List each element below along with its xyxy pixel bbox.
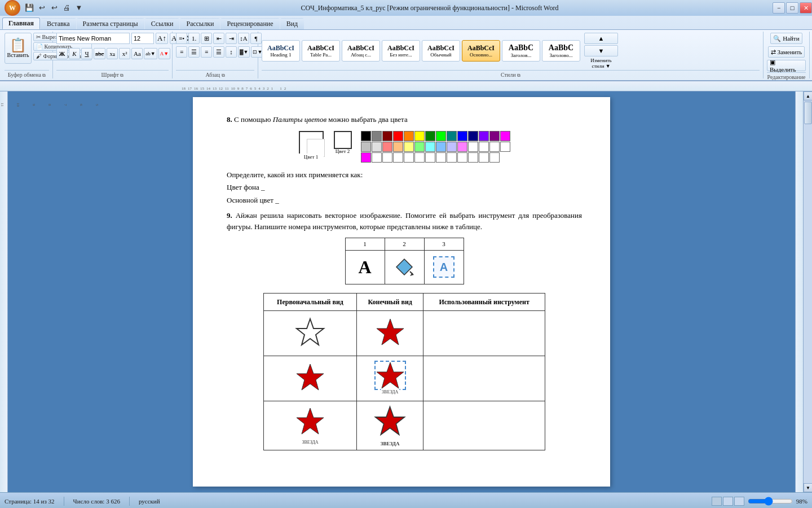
color-white3[interactable] bbox=[489, 142, 500, 152]
color-lightcyan[interactable] bbox=[425, 142, 435, 152]
color-lightviolet[interactable] bbox=[447, 142, 457, 152]
scroll-track[interactable] bbox=[804, 100, 812, 483]
color-w10[interactable] bbox=[468, 152, 478, 163]
align-left-button[interactable]: ≡ bbox=[176, 46, 187, 58]
color-purple[interactable] bbox=[489, 131, 500, 141]
color-darkblue[interactable] bbox=[468, 131, 478, 141]
styles-down-button[interactable]: ▼ bbox=[584, 45, 618, 56]
view-print-button[interactable] bbox=[712, 497, 722, 506]
color-w1[interactable] bbox=[372, 152, 382, 163]
tab-review[interactable]: Рецензирование bbox=[220, 18, 279, 29]
office-button[interactable]: W bbox=[5, 0, 20, 16]
undo2-qa-button[interactable]: ↩ bbox=[48, 2, 60, 14]
style-heading[interactable]: AaBbC Заголов... bbox=[502, 40, 540, 62]
case-button[interactable]: Аа bbox=[131, 48, 143, 59]
strikethrough-button[interactable]: abc bbox=[94, 48, 105, 59]
close-button[interactable]: ✕ bbox=[800, 2, 812, 14]
color-w8[interactable] bbox=[447, 152, 457, 163]
style-normal[interactable]: AaBbCcI Обычный bbox=[422, 40, 460, 62]
align-right-button[interactable]: ≡ bbox=[201, 46, 212, 58]
justify-button[interactable]: ☰ bbox=[213, 46, 224, 58]
color-w3[interactable] bbox=[393, 152, 403, 163]
undo-qa-button[interactable]: ↩ bbox=[36, 2, 47, 14]
color-red[interactable] bbox=[393, 131, 403, 141]
zoom-slider[interactable] bbox=[748, 497, 793, 505]
replace-button[interactable]: ⇄ Заменить bbox=[768, 46, 805, 58]
font-name-input[interactable] bbox=[56, 33, 130, 44]
color-darkred[interactable] bbox=[382, 131, 392, 141]
color-w4[interactable] bbox=[404, 152, 414, 163]
bold-button[interactable]: Ж bbox=[56, 48, 68, 59]
color-w6[interactable] bbox=[425, 152, 435, 163]
decrease-indent-button[interactable]: ⇤ bbox=[213, 33, 224, 44]
select-button[interactable]: ▣ Выделить bbox=[767, 60, 806, 71]
scroll-down-button[interactable]: ▼ bbox=[804, 483, 812, 492]
scroll-thumb[interactable] bbox=[804, 102, 812, 124]
line-spacing-button[interactable]: ↕ bbox=[226, 46, 237, 58]
color-teal[interactable] bbox=[447, 131, 457, 141]
color-w9[interactable] bbox=[457, 152, 467, 163]
style-nospace[interactable]: AaBbCcI Без инте... bbox=[382, 40, 420, 62]
color-violet[interactable] bbox=[479, 131, 489, 141]
color-blue[interactable] bbox=[457, 131, 467, 141]
color-white1[interactable] bbox=[468, 142, 478, 152]
color-black[interactable] bbox=[361, 131, 371, 141]
tab-view[interactable]: Вид bbox=[280, 18, 304, 29]
tab-insert[interactable]: Вставка bbox=[41, 18, 76, 29]
paste-button[interactable]: 📋 Вставить bbox=[5, 33, 32, 64]
color-lightmagenta[interactable] bbox=[457, 142, 467, 152]
tab-references[interactable]: Ссылки bbox=[145, 18, 180, 29]
color-magenta[interactable] bbox=[500, 131, 510, 141]
tab-home[interactable]: Главная bbox=[2, 17, 40, 29]
color-white2[interactable] bbox=[479, 142, 489, 152]
color-gray[interactable] bbox=[372, 131, 382, 141]
scroll-up-button[interactable]: ▲ bbox=[804, 91, 812, 100]
tab-layout[interactable]: Разметка страницы bbox=[77, 18, 144, 29]
color-w11[interactable] bbox=[479, 152, 489, 163]
color-w12[interactable] bbox=[489, 152, 500, 163]
minimize-button[interactable]: − bbox=[773, 2, 785, 14]
bullets-button[interactable]: ≡• bbox=[176, 33, 187, 44]
multilevel-button[interactable]: ⊞ bbox=[201, 33, 212, 44]
save-qa-button[interactable]: 💾 bbox=[24, 2, 35, 14]
style-heading1[interactable]: AaBbCcI Heading 1 bbox=[262, 40, 300, 62]
document-area[interactable]: 8. С помощью Палитры цветов можно выбрат… bbox=[8, 91, 795, 492]
shading-button[interactable]: ▓▼ bbox=[238, 46, 250, 58]
color-orange[interactable] bbox=[404, 131, 414, 141]
font-size-input[interactable] bbox=[131, 33, 154, 44]
styles-up-button[interactable]: ▲ bbox=[584, 33, 618, 44]
color-lightblue[interactable] bbox=[436, 142, 446, 152]
font-color-button[interactable]: A▼ bbox=[158, 48, 170, 59]
font-grow-button[interactable]: A↑ bbox=[156, 33, 168, 44]
color-hotpink[interactable] bbox=[361, 152, 371, 163]
style-main[interactable]: AaBbCcI Основно... bbox=[462, 40, 500, 62]
color-green[interactable] bbox=[436, 131, 446, 141]
find-button[interactable]: 🔍 Найти bbox=[770, 33, 802, 44]
color-white4[interactable] bbox=[500, 142, 510, 152]
print-qa-button[interactable]: 🖨 bbox=[61, 2, 72, 14]
increase-indent-button[interactable]: ⇥ bbox=[226, 33, 237, 44]
superscript-button[interactable]: x² bbox=[119, 48, 130, 59]
color-lightyellow[interactable] bbox=[404, 142, 414, 152]
view-web-button[interactable] bbox=[734, 497, 744, 506]
sort-button[interactable]: ↕A bbox=[238, 33, 249, 44]
view-read-button[interactable] bbox=[723, 497, 733, 506]
maximize-button[interactable]: □ bbox=[786, 2, 798, 14]
color-w5[interactable] bbox=[414, 152, 425, 163]
italic-button[interactable]: К bbox=[69, 48, 80, 59]
color-darkgreen[interactable] bbox=[425, 131, 435, 141]
more-qa-button[interactable]: ▼ bbox=[73, 2, 85, 14]
style-table[interactable]: AaBbCcI Table Pa... bbox=[302, 40, 340, 62]
color-w2[interactable] bbox=[382, 152, 392, 163]
color-yellow[interactable] bbox=[414, 131, 425, 141]
color-lightred[interactable] bbox=[382, 142, 392, 152]
subscript-button[interactable]: x₂ bbox=[107, 48, 118, 59]
color-w7[interactable] bbox=[436, 152, 446, 163]
scrollbar[interactable]: ▲ ▼ bbox=[803, 91, 812, 492]
change-styles-button[interactable]: Изменить стили ▼ bbox=[584, 58, 618, 69]
color1-box[interactable]: Цвет 1 bbox=[299, 131, 329, 161]
color-lightorange[interactable] bbox=[393, 142, 403, 152]
highlight-button[interactable]: ab▼ bbox=[144, 48, 157, 59]
style-paragraph[interactable]: AaBbCcI Абзац с... bbox=[342, 40, 380, 62]
tab-mailings[interactable]: Рассылки bbox=[180, 18, 220, 29]
